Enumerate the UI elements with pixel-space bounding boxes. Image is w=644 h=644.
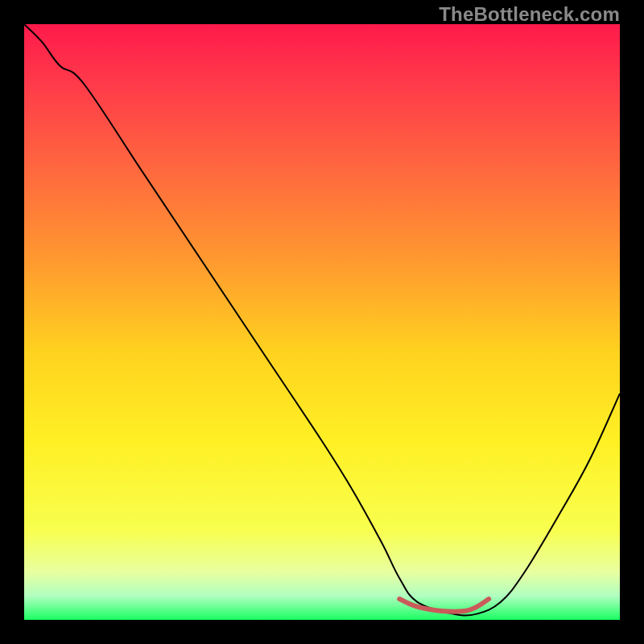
- chart-frame: TheBottleneck.com: [0, 0, 644, 644]
- watermark-text: TheBottleneck.com: [439, 3, 620, 26]
- chart-svg: [24, 24, 620, 620]
- chart-background: [24, 24, 620, 620]
- chart-plot-area: [24, 24, 620, 620]
